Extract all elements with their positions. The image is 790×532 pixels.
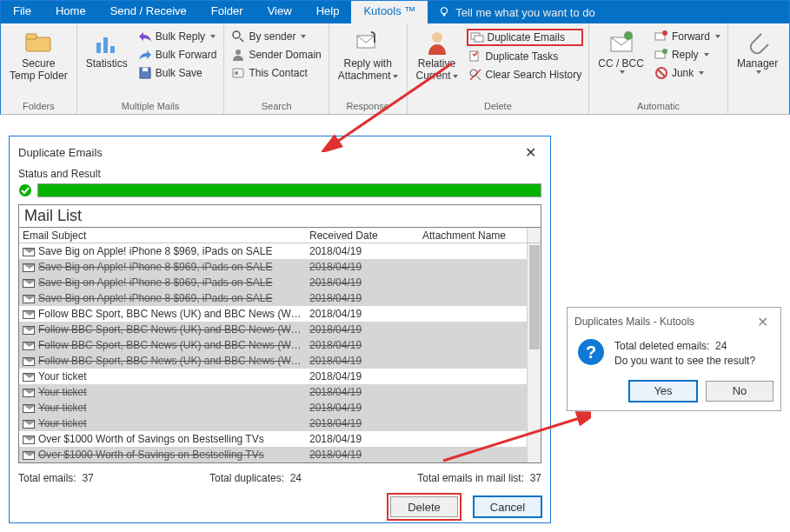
svg-point-27 — [662, 49, 667, 54]
grid-header: Email Subject Received Date Attachment N… — [19, 228, 541, 243]
group-automatic-label: Automatic — [594, 99, 722, 114]
table-row[interactable]: Follow BBC Sport, BBC News (UK) and BBC … — [19, 306, 541, 322]
svg-rect-5 — [103, 37, 108, 53]
table-row[interactable]: Your ticket2018/04/19 — [19, 416, 541, 431]
table-row[interactable]: Over $1000 Worth of Savings on Bestselli… — [19, 431, 541, 447]
tell-me-search[interactable]: Tell me what you want to do — [428, 1, 605, 23]
auto-reply-button[interactable]: Reply — [653, 47, 722, 63]
this-contact-button[interactable]: This Contact — [229, 65, 322, 81]
check-icon — [18, 183, 32, 197]
by-sender-button[interactable]: By sender — [229, 29, 322, 44]
scrollbar-thumb[interactable] — [529, 245, 540, 349]
table-row[interactable]: Follow BBC Sport, BBC News (UK) and BBC … — [19, 353, 541, 369]
forward-icon — [654, 30, 668, 43]
delete-button[interactable]: Delete — [390, 496, 458, 517]
envelope-icon — [23, 404, 35, 413]
no-button[interactable]: No — [706, 381, 773, 402]
clear-history-icon — [468, 68, 482, 82]
svg-point-11 — [236, 50, 241, 55]
table-row[interactable]: Your ticket2018/04/19 — [19, 400, 541, 416]
secure-temp-folder-button[interactable]: Secure Temp Folder — [6, 27, 71, 84]
tab-help[interactable]: Help — [304, 1, 352, 23]
tab-home[interactable]: Home — [43, 1, 98, 23]
group-multiple-mails: Statistics Bulk Reply Bulk Forward Bulk … — [77, 23, 225, 114]
envelope-icon — [23, 279, 35, 288]
row-date: 2018/04/19 — [306, 245, 419, 257]
tab-send-receive[interactable]: Send / Receive — [98, 1, 199, 23]
reply-attachment-icon — [354, 29, 382, 57]
cc-bcc-button[interactable]: CC / BCC — [594, 27, 647, 76]
table-row[interactable]: Save Big on Apple! iPhone 8 $969, iPads … — [19, 259, 541, 275]
folder-icon — [24, 29, 52, 57]
scroll-head — [527, 228, 541, 243]
dropdown-caret-icon — [620, 70, 625, 74]
svg-line-29 — [658, 70, 665, 76]
scrollbar[interactable] — [527, 243, 541, 462]
svg-rect-6 — [110, 46, 115, 53]
tab-file[interactable]: File — [1, 1, 43, 23]
col-subject-header[interactable]: Email Subject — [19, 229, 306, 242]
row-date: 2018/04/19 — [306, 355, 419, 367]
envelope-icon — [23, 310, 35, 319]
row-date: 2018/04/19 — [306, 339, 419, 351]
bulk-reply-button[interactable]: Bulk Reply — [136, 29, 219, 44]
duplicate-tasks-button[interactable]: Duplicate Tasks — [467, 49, 584, 64]
table-row[interactable]: Your ticket2018/04/19 — [19, 369, 541, 384]
auto-forward-button[interactable]: Forward — [653, 29, 722, 44]
table-row[interactable]: Follow BBC Sport, BBC News (UK) and BBC … — [19, 322, 541, 337]
cc-bcc-icon — [607, 29, 635, 57]
reply-with-attachment-button[interactable]: Reply with Attachment — [335, 27, 402, 84]
tab-view[interactable]: View — [256, 1, 304, 23]
col-attachment-header[interactable]: Attachment Name — [419, 229, 527, 242]
dropdown-caret-icon — [210, 35, 216, 38]
group-multiple-label: Multiple Mails — [83, 99, 219, 114]
row-date: 2018/04/19 — [306, 417, 419, 429]
yes-button[interactable]: Yes — [629, 381, 697, 402]
row-subject: Your ticket — [38, 417, 87, 429]
group-manager-label — [734, 110, 781, 114]
group-search-label: Search — [229, 99, 322, 114]
auto-junk-button[interactable]: Junk — [653, 65, 722, 81]
dialog-titlebar: Duplicate Emails ✕ — [18, 142, 541, 163]
relative-current-button[interactable]: Relative Current — [413, 27, 461, 84]
manager-button[interactable]: Manager — [734, 27, 781, 76]
statistics-button[interactable]: Statistics — [83, 27, 131, 72]
sender-domain-button[interactable]: Sender Domain — [229, 47, 322, 63]
save-icon — [138, 66, 152, 80]
close-icon[interactable]: ✕ — [752, 314, 773, 330]
col-date-header[interactable]: Received Date — [306, 229, 419, 242]
svg-rect-1 — [443, 14, 446, 17]
table-row[interactable]: Over $1000 Worth of Savings on Bestselli… — [19, 447, 541, 462]
contact-icon — [231, 66, 245, 80]
bulk-forward-button[interactable]: Bulk Forward — [136, 47, 219, 63]
chart-icon — [93, 29, 121, 57]
table-row[interactable]: Save Big on Apple! iPhone 8 $969, iPads … — [19, 290, 541, 306]
table-row[interactable]: Save Big on Apple! iPhone 8 $969, iPads … — [19, 275, 541, 290]
attachment-icon — [744, 29, 772, 57]
clear-search-history-button[interactable]: Clear Search History — [467, 67, 584, 83]
row-subject: Follow BBC Sport, BBC News (UK) and BBC … — [38, 323, 306, 336]
svg-rect-17 — [475, 36, 483, 42]
svg-rect-8 — [143, 68, 148, 71]
bulk-save-button[interactable]: Bulk Save — [136, 65, 219, 81]
close-icon[interactable]: ✕ — [520, 144, 541, 161]
svg-rect-4 — [96, 43, 101, 53]
reply-icon — [654, 48, 668, 62]
svg-point-15 — [432, 32, 442, 43]
status-label: Status and Result — [18, 168, 541, 180]
table-row[interactable]: Your ticket2018/04/19 — [19, 384, 541, 400]
svg-point-25 — [662, 30, 667, 36]
tab-folder[interactable]: Folder — [199, 1, 256, 23]
table-row[interactable]: Save Big on Apple! iPhone 8 $969, iPads … — [19, 243, 541, 259]
tab-strip: File Home Send / Receive Folder View Hel… — [1, 1, 789, 23]
row-subject: Over $1000 Worth of Savings on Bestselli… — [38, 449, 264, 461]
table-row[interactable]: Follow BBC Sport, BBC News (UK) and BBC … — [19, 337, 541, 353]
duplicate-emails-button[interactable]: Duplicate Emails — [467, 29, 584, 46]
row-date: 2018/04/19 — [306, 292, 419, 304]
tab-kutools[interactable]: Kutools ™ — [351, 1, 428, 23]
grid-body[interactable]: Save Big on Apple! iPhone 8 $969, iPads … — [19, 243, 541, 462]
svg-point-9 — [233, 31, 240, 38]
group-delete-label: Delete — [413, 99, 584, 114]
duplicate-tasks-icon — [468, 50, 482, 63]
cancel-button[interactable]: Cancel — [474, 496, 541, 517]
